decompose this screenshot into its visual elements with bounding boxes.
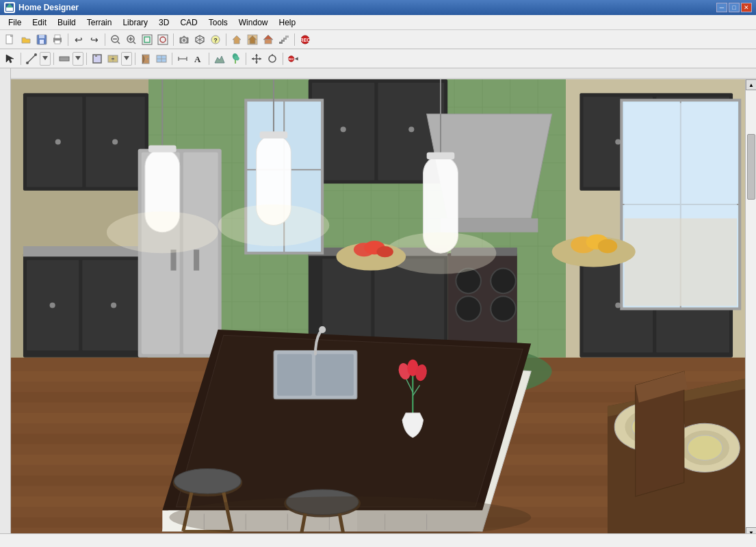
scroll-up-button[interactable]: ▲: [746, 79, 756, 90]
svg-point-141: [341, 126, 346, 132]
ruler-horizontal: [11, 68, 756, 79]
menu-bar: File Edit Build Terrain Library 3D CAD T…: [0, 15, 756, 30]
svg-text:REC: REC: [300, 38, 311, 42]
sep3: [173, 34, 174, 46]
menu-file[interactable]: File: [3, 16, 27, 29]
stairs-button[interactable]: [276, 32, 291, 47]
new-button[interactable]: [3, 32, 18, 47]
svg-point-201: [174, 468, 242, 494]
svg-point-126: [112, 139, 118, 144]
house-button[interactable]: [229, 32, 244, 47]
menu-3d[interactable]: 3D: [153, 16, 174, 29]
window-tool-button[interactable]: [154, 51, 169, 66]
svg-point-215: [218, 204, 330, 246]
title-bar: Home Designer ─ □ ✕: [0, 0, 756, 15]
save-button[interactable]: [34, 32, 49, 47]
sep6: [21, 53, 21, 65]
scroll-thumb-v[interactable]: [747, 134, 755, 200]
canvas-area[interactable]: [11, 79, 745, 533]
svg-point-55: [113, 58, 114, 59]
menu-help[interactable]: Help: [273, 16, 301, 29]
transform-button[interactable]: [265, 51, 280, 66]
svg-marker-42: [6, 55, 14, 63]
svg-point-76: [269, 55, 276, 62]
zoom-out-button[interactable]: [108, 32, 123, 47]
svg-point-227: [688, 436, 722, 461]
dimension-button[interactable]: [175, 51, 190, 66]
app-title: Home Designer: [18, 3, 79, 12]
door-button[interactable]: [138, 51, 153, 66]
menu-terrain[interactable]: Terrain: [81, 16, 118, 29]
menu-tools[interactable]: Tools: [203, 16, 233, 29]
undo-button[interactable]: ↩: [71, 32, 86, 47]
zoom-window-button[interactable]: [155, 32, 170, 47]
scrollbar-vertical[interactable]: ▲ ▼: [745, 79, 756, 533]
svg-rect-21: [144, 37, 150, 42]
text-button[interactable]: A: [191, 51, 206, 66]
sep4: [226, 34, 226, 46]
roof-button[interactable]: [261, 32, 276, 47]
svg-rect-84: [11, 68, 756, 79]
3d-view-button[interactable]: [192, 32, 207, 47]
svg-point-23: [160, 37, 166, 42]
cabinet-button[interactable]: [105, 51, 120, 66]
svg-marker-74: [252, 57, 254, 60]
ruler-vertical: // ruler ticks: [0, 68, 11, 533]
floor-button[interactable]: [245, 32, 260, 47]
sep7: [53, 53, 54, 65]
menu-build[interactable]: Build: [52, 16, 81, 29]
menu-library[interactable]: Library: [117, 16, 153, 29]
move-button[interactable]: [249, 51, 264, 66]
status-bar: [0, 533, 756, 547]
menu-cad[interactable]: CAD: [174, 16, 203, 29]
zoom-fit-button[interactable]: [140, 32, 155, 47]
minimize-button[interactable]: ─: [716, 3, 727, 12]
window-controls[interactable]: ─ □ ✕: [716, 3, 752, 12]
room-button[interactable]: [90, 51, 105, 66]
draw-line-dropdown[interactable]: [40, 52, 51, 66]
zoom-in-button[interactable]: [124, 32, 139, 47]
svg-point-211: [107, 211, 218, 253]
scroll-down-button[interactable]: ▼: [746, 527, 756, 533]
print-button[interactable]: [50, 32, 65, 47]
svg-text:?: ?: [213, 37, 218, 44]
camera-button[interactable]: [177, 32, 192, 47]
canvas-section: // ruler ticks: [0, 68, 756, 533]
maximize-button[interactable]: □: [729, 3, 740, 12]
svg-rect-12: [55, 40, 60, 44]
open-button[interactable]: [18, 32, 34, 47]
svg-rect-20: [142, 35, 152, 44]
plant-button[interactable]: [228, 51, 243, 66]
svg-point-131: [50, 302, 55, 308]
menu-edit[interactable]: Edit: [27, 16, 52, 29]
sep11: [209, 53, 209, 65]
svg-marker-66: [215, 56, 224, 63]
svg-marker-73: [255, 62, 258, 64]
svg-line-43: [27, 55, 36, 63]
wall-dropdown[interactable]: [73, 52, 83, 66]
record-button[interactable]: REC: [298, 32, 313, 47]
toolbar-2: A REC: [0, 49, 756, 68]
cabinet-dropdown[interactable]: [121, 52, 132, 66]
svg-marker-56: [124, 56, 129, 60]
select-arrow-button[interactable]: [3, 51, 18, 66]
sep2: [105, 34, 105, 46]
svg-point-152: [491, 296, 516, 321]
wall-button[interactable]: [57, 51, 72, 66]
menu-window[interactable]: Window: [233, 16, 274, 29]
svg-marker-78: [272, 54, 273, 55]
svg-marker-72: [255, 54, 258, 56]
svg-point-54: [112, 58, 113, 59]
record2-button[interactable]: REC: [286, 51, 301, 66]
main-container: // ruler ticks: [0, 68, 756, 547]
terrain-tool-button[interactable]: [212, 51, 227, 66]
svg-rect-135: [183, 152, 218, 354]
draw-line-button[interactable]: [24, 51, 39, 66]
help-button[interactable]: ?: [208, 32, 223, 47]
svg-marker-49: [75, 56, 81, 60]
svg-rect-82: [0, 79, 11, 533]
close-button[interactable]: ✕: [741, 3, 752, 12]
svg-rect-38: [283, 38, 287, 40]
sep5: [294, 34, 295, 46]
redo-button[interactable]: ↪: [87, 32, 102, 47]
